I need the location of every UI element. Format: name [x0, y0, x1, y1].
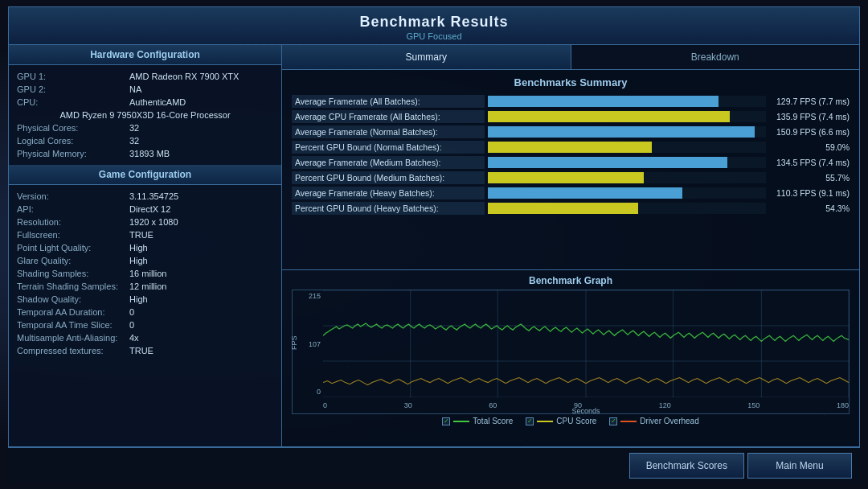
hardware-row: Physical Memory:31893 MB: [17, 147, 273, 160]
graph-x-label: 60: [489, 401, 497, 409]
bench-row: Average Framerate (Heavy Batches):110.3 …: [292, 187, 850, 199]
benchmark-scores-button[interactable]: Benchmark Scores: [629, 453, 744, 479]
hardware-value: 32: [129, 123, 139, 133]
graph-x-label: 30: [404, 401, 412, 409]
hardware-section-header: Hardware Configuration: [9, 45, 281, 65]
game-label: Shadow Quality:: [17, 294, 129, 304]
legend-color: [537, 421, 553, 422]
game-label: Shading Samples:: [17, 269, 129, 278]
game-value: 0: [129, 307, 134, 317]
legend-item-driver-overhead: Driver Overhead: [609, 417, 698, 425]
tab-breakdown[interactable]: Breakdown: [571, 45, 860, 69]
summary-area: Benchmarks Summary Average Framerate (Al…: [282, 70, 859, 269]
right-panel: SummaryBreakdown Benchmarks Summary Aver…: [282, 45, 859, 446]
hardware-value: 32: [129, 136, 139, 146]
hardware-row: Logical Cores:32: [17, 134, 273, 147]
bench-value: 55.7%: [769, 173, 850, 183]
game-row: Temporal AA Duration:0: [17, 306, 273, 318]
bench-bar-container: [488, 96, 766, 107]
left-panel: Hardware Configuration GPU 1:AMD Radeon …: [9, 45, 282, 446]
game-row: Multisample Anti-Aliasing:4x: [17, 331, 273, 344]
bench-row: Percent GPU Bound (Heavy Batches):54.3%: [292, 202, 850, 215]
game-value: High: [129, 256, 148, 265]
game-row: Temporal AA Time Slice:0: [17, 318, 273, 331]
game-value: 3.11.354725: [129, 191, 178, 201]
hardware-label: GPU 1:: [17, 72, 129, 81]
game-value: High: [129, 294, 148, 304]
bench-bar: [488, 142, 652, 153]
hardware-label: GPU 2:: [17, 84, 129, 94]
hardware-value: AMD Ryzen 9 7950X3D 16-Core Processor: [17, 110, 273, 120]
y-axis-label: FPS: [290, 335, 298, 350]
game-label: Glare Quality:: [17, 256, 129, 265]
graph-x-label: 180: [837, 401, 849, 409]
game-label: Terrain Shading Samples:: [17, 281, 129, 291]
game-row: Resolution:1920 x 1080: [17, 216, 273, 228]
graph-container: 215 107 0 FPS: [292, 290, 850, 414]
game-label: Temporal AA Duration:: [17, 307, 129, 317]
graph-x-label: 120: [659, 401, 671, 409]
bench-bar: [488, 111, 730, 122]
legend-color: [453, 421, 469, 422]
benchmarks-title: Benchmarks Summary: [292, 76, 850, 88]
bench-bar: [488, 203, 638, 214]
hardware-config-table: GPU 1:AMD Radeon RX 7900 XTXGPU 2:NACPU:…: [9, 65, 281, 165]
bench-bar-container: [488, 172, 766, 183]
tab-summary[interactable]: Summary: [282, 45, 571, 69]
graph-y-max: 215: [293, 292, 323, 300]
game-section-header: Game Configuration: [9, 165, 281, 185]
graph-y-min: 0: [293, 388, 323, 396]
hardware-row: AMD Ryzen 9 7950X3D 16-Core Processor: [17, 109, 273, 121]
bench-row: Percent GPU Bound (Normal Batches):59.0%: [292, 141, 850, 154]
bench-value: 54.3%: [769, 203, 850, 213]
bench-label: Average CPU Framerate (All Batches):: [292, 110, 485, 123]
legend-label: Driver Overhead: [640, 417, 698, 425]
graph-x-labels: 0306090120150180Seconds: [323, 397, 849, 413]
legend-item-cpu-score: CPU Score: [526, 417, 596, 425]
bench-bar-container: [488, 157, 766, 168]
bench-row: Percent GPU Bound (Medium Batches):55.7%: [292, 171, 850, 184]
bench-bar-container: [488, 187, 766, 199]
game-label: Temporal AA Time Slice:: [17, 320, 129, 330]
game-config-table: Version:3.11.354725API:DirectX 12Resolut…: [9, 185, 281, 362]
game-row: Shadow Quality:High: [17, 293, 273, 306]
game-value: 4x: [129, 333, 139, 343]
legend-checkbox[interactable]: [442, 417, 450, 425]
hardware-label: Physical Memory:: [17, 149, 129, 158]
game-row: API:DirectX 12: [17, 203, 273, 216]
graph-x-label: 0: [323, 401, 327, 409]
bench-value: 134.5 FPS (7.4 ms): [769, 158, 850, 167]
main-container: Benchmark Results GPU Focused Hardware C…: [0, 0, 868, 489]
main-menu-button[interactable]: Main Menu: [747, 453, 852, 479]
title-main: Benchmark Results: [12, 14, 856, 31]
graph-x-label: 150: [747, 401, 760, 409]
content-area: Hardware Configuration GPU 1:AMD Radeon …: [8, 44, 860, 447]
hardware-value: NA: [129, 84, 141, 94]
bench-bar-container: [488, 142, 766, 153]
bench-bar-container: [488, 203, 766, 214]
game-row: Glare Quality:High: [17, 254, 273, 267]
bench-bar: [488, 187, 682, 199]
game-row: Terrain Shading Samples:12 million: [17, 280, 273, 293]
game-value: TRUE: [129, 346, 154, 355]
hardware-row: GPU 1:AMD Radeon RX 7900 XTX: [17, 70, 273, 83]
hardware-label: CPU:: [17, 97, 129, 107]
hardware-label: Physical Cores:: [17, 123, 129, 133]
bench-rows-container: Average Framerate (All Batches):129.7 FP…: [292, 95, 850, 215]
hardware-row: GPU 2:NA: [17, 83, 273, 96]
bench-label: Average Framerate (Heavy Batches):: [292, 187, 485, 199]
title-sub: GPU Focused: [12, 31, 856, 41]
graph-legend: Total ScoreCPU ScoreDriver Overhead: [292, 417, 850, 425]
legend-checkbox[interactable]: [526, 417, 534, 425]
game-value: High: [129, 243, 148, 253]
game-value: 1920 x 1080: [129, 217, 178, 227]
bench-value: 110.3 FPS (9.1 ms): [769, 188, 850, 198]
legend-checkbox[interactable]: [609, 417, 617, 425]
bench-value: 150.9 FPS (6.6 ms): [769, 127, 850, 137]
bench-bar: [488, 157, 727, 168]
game-label: Multisample Anti-Aliasing:: [17, 333, 129, 343]
hardware-value: AuthenticAMD: [129, 97, 186, 107]
bench-row: Average Framerate (Medium Batches):134.5…: [292, 156, 850, 169]
game-value: 16 million: [129, 269, 166, 278]
graph-section: Benchmark Graph 215 107 0 FPS: [282, 269, 859, 446]
